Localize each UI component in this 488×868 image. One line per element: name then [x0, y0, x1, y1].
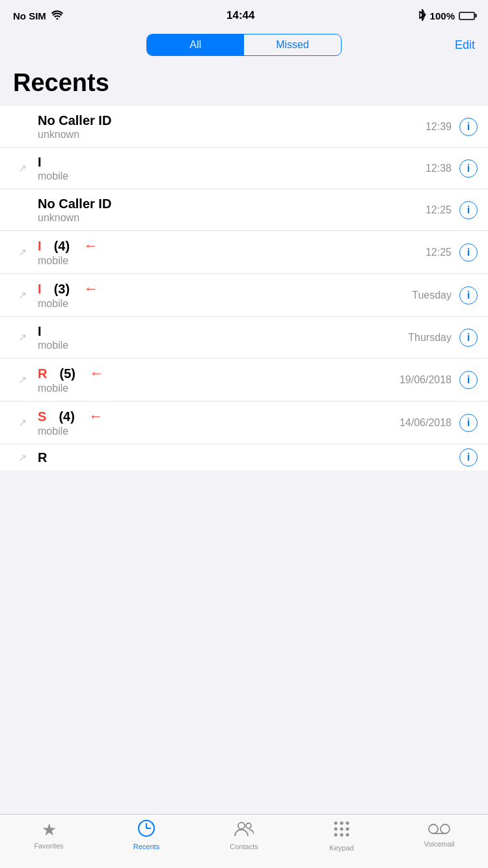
voicemail-icon [428, 820, 450, 838]
svg-point-0 [238, 822, 245, 829]
page-title-area: Recents [0, 61, 488, 101]
info-button[interactable]: i [459, 243, 478, 262]
tab-item-keypad[interactable]: Keypad [293, 820, 390, 852]
call-right: 12:25 i [426, 201, 478, 219]
call-count: (4) [54, 239, 70, 254]
call-list: No Caller ID unknown 12:39 i ↗ I mobile … [0, 106, 488, 470]
svg-point-2 [334, 822, 338, 825]
info-button[interactable]: i [459, 329, 478, 347]
tab-label-favorites: Favorites [34, 842, 63, 850]
call-info: S (4) ← mobile [34, 408, 400, 437]
info-button[interactable]: i [459, 414, 478, 432]
info-button[interactable]: i [459, 159, 478, 178]
tab-label-contacts: Contacts [230, 843, 258, 850]
outgoing-call-icon: ↗ [18, 289, 27, 301]
info-button[interactable]: i [459, 118, 478, 136]
call-name: I [38, 324, 408, 339]
call-right: 12:25 i [426, 243, 478, 262]
favorites-icon: ★ [42, 820, 57, 840]
call-right: i [459, 448, 478, 467]
edit-button[interactable]: Edit [455, 38, 475, 52]
call-sub: mobile [38, 255, 426, 267]
status-bar: No SIM 14:44 100% [0, 0, 488, 29]
bluetooth-icon [418, 9, 426, 23]
tab-item-contacts[interactable]: Contacts [195, 820, 293, 850]
svg-point-9 [340, 834, 344, 837]
svg-point-1 [246, 823, 251, 828]
call-sub: mobile [38, 298, 412, 310]
call-item: ↗ I (4) ← mobile 12:25 i [0, 231, 488, 274]
missed-call-arrow-icon: ← [84, 280, 98, 297]
segmented-control: All Missed [146, 34, 342, 56]
call-info: R [34, 450, 459, 465]
call-icon-area: ↗ [10, 289, 34, 301]
carrier-label: No SIM [13, 10, 46, 21]
svg-point-7 [346, 828, 349, 831]
call-right: 19/06/2018 i [400, 371, 478, 389]
call-icon-area: ↗ [10, 162, 34, 174]
call-time: 12:38 [426, 163, 452, 174]
call-item: ↗ I mobile 12:38 i [0, 148, 488, 189]
tab-label-keypad: Keypad [329, 844, 353, 852]
call-info: No Caller ID unknown [34, 197, 426, 224]
tab-bar: ★ Favorites Recents Contacts [0, 814, 488, 868]
tab-item-voicemail[interactable]: Voicemail [390, 820, 488, 848]
info-button[interactable]: i [459, 286, 478, 305]
call-sub: mobile [38, 340, 408, 351]
battery-percent: 100% [430, 10, 455, 21]
svg-point-6 [340, 828, 344, 831]
outgoing-call-icon: ↗ [18, 331, 27, 344]
call-right: Tuesday i [412, 286, 478, 305]
wifi-icon [51, 10, 63, 21]
tab-item-recents[interactable]: Recents [98, 820, 195, 850]
contacts-icon [234, 820, 254, 841]
call-name: R [38, 450, 459, 465]
info-button[interactable]: i [459, 371, 478, 389]
call-sub: unknown [38, 212, 426, 224]
call-item: ↗ R i [0, 444, 488, 470]
call-info: I (3) ← mobile [34, 280, 412, 310]
info-button[interactable]: i [459, 448, 478, 467]
missed-call-arrow-icon: ← [90, 365, 104, 382]
call-sub: mobile [38, 383, 400, 394]
page-title: Recents [13, 69, 475, 97]
call-item: ↗ I mobile Thursday i [0, 317, 488, 359]
keypad-icon [332, 820, 351, 842]
svg-point-12 [441, 824, 450, 834]
info-button[interactable]: i [459, 201, 478, 219]
tab-all[interactable]: All [147, 34, 244, 55]
call-count: (5) [60, 366, 75, 381]
outgoing-call-icon: ↗ [18, 416, 27, 429]
call-name: No Caller ID [38, 197, 426, 211]
call-time: 12:25 [426, 247, 452, 258]
call-right: Thursday i [408, 329, 478, 347]
tab-item-favorites[interactable]: ★ Favorites [0, 820, 98, 850]
call-item: ↗ S (4) ← mobile 14/06/2018 i [0, 401, 488, 444]
call-time: Tuesday [412, 290, 452, 301]
call-icon-area: ↗ [10, 246, 34, 258]
tab-missed[interactable]: Missed [244, 34, 341, 55]
call-info: No Caller ID unknown [34, 113, 426, 141]
tab-label-voicemail: Voicemail [424, 840, 454, 848]
call-count: (4) [59, 409, 74, 424]
call-item: ↗ R (5) ← mobile 19/06/2018 i [0, 359, 488, 401]
call-icon-area: ↗ [10, 373, 34, 386]
call-sub: mobile [38, 426, 400, 437]
call-time: 19/06/2018 [400, 374, 452, 386]
call-icon-area: ↗ [10, 331, 34, 344]
call-sub: mobile [38, 170, 426, 182]
call-item: No Caller ID unknown 12:39 i [0, 106, 488, 148]
call-item: ↗ I (3) ← mobile Tuesday i [0, 274, 488, 317]
outgoing-call-icon: ↗ [18, 162, 27, 174]
status-carrier-wifi: No SIM [13, 10, 63, 21]
svg-point-5 [334, 828, 338, 831]
battery-icon [459, 12, 475, 20]
call-name: I (4) ← [38, 237, 426, 254]
call-icon-area: ↗ [10, 452, 34, 464]
call-time: 12:39 [426, 121, 452, 133]
call-item: No Caller ID unknown 12:25 i [0, 189, 488, 231]
call-time: Thursday [408, 332, 452, 344]
outgoing-call-icon: ↗ [18, 452, 27, 464]
call-name: I (3) ← [38, 280, 412, 297]
call-info: R (5) ← mobile [34, 365, 400, 394]
